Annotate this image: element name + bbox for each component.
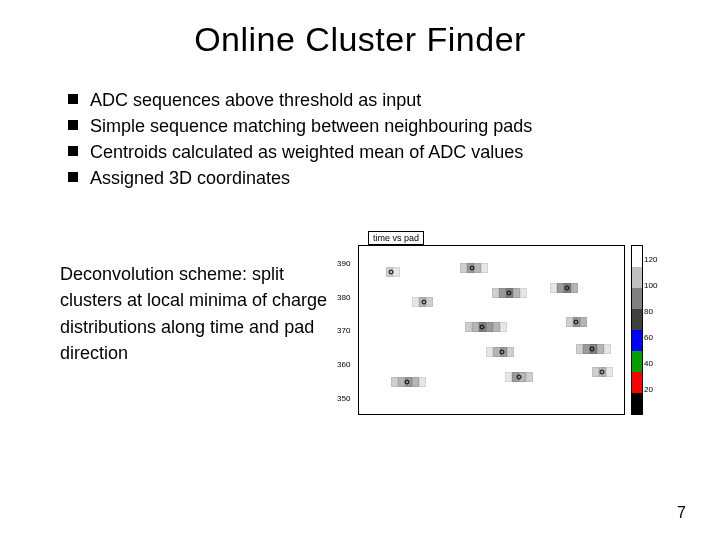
cluster-cell (520, 288, 527, 298)
cluster-cell (412, 297, 419, 307)
cluster-cell (391, 377, 398, 387)
page-number: 7 (677, 504, 686, 522)
cluster-cell (550, 283, 557, 293)
y-tick: 370 (337, 326, 350, 335)
centroid-marker (499, 350, 504, 355)
cluster (391, 377, 426, 387)
colorbar-segment (632, 246, 642, 267)
chart-title: time vs pad (368, 231, 424, 245)
y-tick: 380 (337, 292, 350, 301)
colorbar-segment (632, 267, 642, 288)
cluster-cell (499, 288, 506, 298)
cluster (592, 367, 613, 377)
cluster-cell (513, 288, 520, 298)
cluster (386, 267, 400, 277)
cluster-cell (500, 322, 507, 332)
centroid-marker (404, 380, 409, 385)
cluster-cell (597, 344, 604, 354)
plot-area: 350360370380390 (358, 245, 625, 415)
centroid-marker (421, 299, 426, 304)
cluster-cell (566, 317, 573, 327)
cluster (566, 317, 587, 327)
colorbar-ticks: 20406080100120 (644, 246, 664, 414)
cluster-cell (486, 322, 493, 332)
y-tick: 360 (337, 359, 350, 368)
cluster-cell (505, 372, 512, 382)
y-tick: 350 (337, 393, 350, 402)
chart-container: time vs pad 350360370380390 204060801001… (358, 231, 660, 415)
colorbar-tick: 40 (644, 358, 653, 367)
centroid-marker (479, 324, 484, 329)
bullet-item: ADC sequences above threshold as input (68, 87, 660, 113)
cluster-cell (493, 322, 500, 332)
centroid-marker (599, 370, 604, 375)
y-tick: 390 (337, 259, 350, 268)
colorbar: 20406080100120 (631, 245, 643, 415)
cluster-cell (571, 283, 578, 293)
cluster-cell (426, 297, 433, 307)
cluster-cell (412, 377, 419, 387)
centroid-marker (507, 291, 512, 296)
cluster-cell (604, 344, 611, 354)
centroid-marker (590, 346, 595, 351)
colorbar-tick: 20 (644, 384, 653, 393)
colorbar-segment (632, 309, 642, 330)
colorbar-segment (632, 288, 642, 309)
time-vs-pad-chart: 350360370380390 20406080100120 (358, 245, 643, 415)
cluster-cell (486, 347, 493, 357)
colorbar-tick: 120 (644, 255, 657, 264)
cluster-cell (460, 263, 467, 273)
deconvolution-text: Deconvolution scheme: split clusters at … (60, 231, 340, 365)
colorbar-tick: 80 (644, 306, 653, 315)
centroid-marker (516, 375, 521, 380)
bullet-item: Assigned 3D coordinates (68, 165, 660, 191)
bullet-list: ADC sequences above threshold as input S… (68, 87, 660, 191)
cluster-cell (557, 283, 564, 293)
colorbar-tick: 60 (644, 332, 653, 341)
colorbar-segment (632, 393, 642, 414)
colorbar-segment (632, 351, 642, 372)
colorbar-tick: 100 (644, 281, 657, 290)
cluster-cell (481, 263, 488, 273)
cluster-cell (592, 367, 599, 377)
centroid-marker (470, 266, 475, 271)
cluster (412, 297, 433, 307)
cluster-cell (465, 322, 472, 332)
cluster-cell (576, 344, 583, 354)
bullet-item: Centroids calculated as weighted mean of… (68, 139, 660, 165)
cluster (460, 263, 488, 273)
page-title: Online Cluster Finder (60, 20, 660, 59)
cluster (465, 322, 507, 332)
cluster (550, 283, 578, 293)
bullet-item: Simple sequence matching between neighbo… (68, 113, 660, 139)
centroid-marker (574, 319, 579, 324)
colorbar-segment (632, 372, 642, 393)
cluster-cell (606, 367, 613, 377)
cluster-cell (419, 377, 426, 387)
centroid-marker (389, 269, 394, 274)
cluster-cell (580, 317, 587, 327)
centroid-marker (564, 286, 569, 291)
cluster (576, 344, 611, 354)
cluster (486, 347, 514, 357)
cluster-cell (472, 322, 479, 332)
cluster (505, 372, 533, 382)
cluster (492, 288, 527, 298)
cluster-cell (526, 372, 533, 382)
colorbar-segment (632, 330, 642, 351)
cluster-cell (492, 288, 499, 298)
cluster-cell (507, 347, 514, 357)
